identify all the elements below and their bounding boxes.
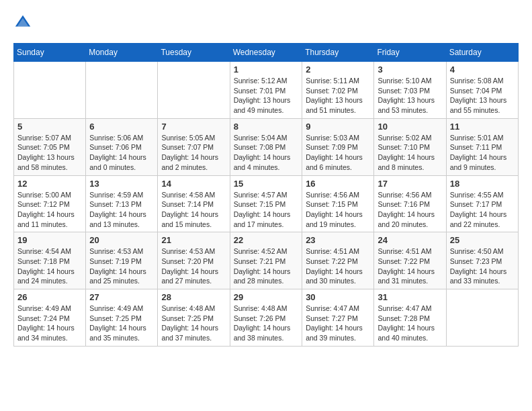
calendar-cell: 7Sunrise: 5:05 AMSunset: 7:07 PMDaylight… <box>158 118 230 175</box>
weekday-header-tuesday: Tuesday <box>158 44 230 62</box>
calendar-cell: 23Sunrise: 4:51 AMSunset: 7:22 PMDayligh… <box>302 232 374 289</box>
day-info: Sunrise: 4:55 AMSunset: 7:17 PMDaylight:… <box>450 190 515 230</box>
day-number: 15 <box>234 179 298 189</box>
sunrise-text: Sunrise: 5:07 AM <box>17 134 71 142</box>
daylight-text: Daylight: 13 hours and 58 minutes. <box>17 153 75 171</box>
day-number: 4 <box>450 64 515 75</box>
sunset-text: Sunset: 7:08 PM <box>234 143 286 151</box>
sunrise-text: Sunrise: 4:55 AM <box>450 191 504 199</box>
day-info: Sunrise: 5:10 AMSunset: 7:03 PMDaylight:… <box>378 76 442 116</box>
sunset-text: Sunset: 7:12 PM <box>17 200 70 208</box>
day-info: Sunrise: 5:04 AMSunset: 7:08 PMDaylight:… <box>234 133 298 173</box>
day-info: Sunrise: 4:51 AMSunset: 7:22 PMDaylight:… <box>378 246 442 286</box>
calendar-cell: 20Sunrise: 4:53 AMSunset: 7:19 PMDayligh… <box>86 232 158 289</box>
day-number: 23 <box>306 235 370 245</box>
sunset-text: Sunset: 7:07 PM <box>161 143 214 151</box>
day-info: Sunrise: 5:08 AMSunset: 7:04 PMDaylight:… <box>450 76 515 116</box>
calendar-cell <box>14 62 86 119</box>
sunset-text: Sunset: 7:02 PM <box>306 87 358 95</box>
calendar-cell: 25Sunrise: 4:50 AMSunset: 7:23 PMDayligh… <box>446 232 518 289</box>
sunrise-text: Sunrise: 4:58 AM <box>161 191 215 199</box>
calendar-cell: 22Sunrise: 4:52 AMSunset: 7:21 PMDayligh… <box>230 232 302 289</box>
day-number: 18 <box>450 179 515 189</box>
daylight-text: Daylight: 14 hours and 34 minutes. <box>17 324 75 342</box>
calendar-cell: 8Sunrise: 5:04 AMSunset: 7:08 PMDaylight… <box>230 118 302 175</box>
daylight-text: Daylight: 14 hours and 30 minutes. <box>306 267 363 285</box>
sunrise-text: Sunrise: 5:00 AM <box>17 191 71 199</box>
daylight-text: Daylight: 14 hours and 20 minutes. <box>378 210 435 228</box>
day-info: Sunrise: 4:56 AMSunset: 7:15 PMDaylight:… <box>306 190 370 230</box>
day-info: Sunrise: 5:02 AMSunset: 7:10 PMDaylight:… <box>378 133 442 173</box>
logo <box>13 13 35 32</box>
sunset-text: Sunset: 7:10 PM <box>378 143 430 151</box>
day-info: Sunrise: 4:47 AMSunset: 7:27 PMDaylight:… <box>306 304 370 343</box>
sunrise-text: Sunrise: 4:53 AM <box>161 247 215 255</box>
calendar-cell: 5Sunrise: 5:07 AMSunset: 7:05 PMDaylight… <box>14 118 86 175</box>
sunset-text: Sunset: 7:16 PM <box>378 200 430 208</box>
day-info: Sunrise: 5:05 AMSunset: 7:07 PMDaylight:… <box>161 133 226 173</box>
sunset-text: Sunset: 7:13 PM <box>89 200 142 208</box>
sunset-text: Sunset: 7:17 PM <box>450 200 502 208</box>
calendar-cell: 29Sunrise: 4:48 AMSunset: 7:26 PMDayligh… <box>230 289 302 347</box>
sunset-text: Sunset: 7:20 PM <box>161 257 214 265</box>
sunrise-text: Sunrise: 4:47 AM <box>306 304 359 312</box>
day-number: 28 <box>161 292 226 302</box>
sunrise-text: Sunrise: 5:12 AM <box>234 77 287 85</box>
sunrise-text: Sunrise: 5:03 AM <box>306 134 359 142</box>
daylight-text: Daylight: 13 hours and 49 minutes. <box>234 96 291 114</box>
daylight-text: Daylight: 14 hours and 13 minutes. <box>89 210 146 228</box>
calendar-cell <box>158 62 230 119</box>
daylight-text: Daylight: 14 hours and 17 minutes. <box>234 210 291 228</box>
daylight-text: Daylight: 14 hours and 39 minutes. <box>306 324 363 342</box>
sunrise-text: Sunrise: 5:05 AM <box>161 134 215 142</box>
sunset-text: Sunset: 7:18 PM <box>17 257 70 265</box>
weekday-header-saturday: Saturday <box>446 44 518 62</box>
day-info: Sunrise: 4:48 AMSunset: 7:25 PMDaylight:… <box>161 304 226 343</box>
day-info: Sunrise: 4:53 AMSunset: 7:19 PMDaylight:… <box>89 246 154 286</box>
day-number: 12 <box>17 179 82 189</box>
daylight-text: Daylight: 14 hours and 31 minutes. <box>378 267 435 285</box>
sunrise-text: Sunrise: 4:54 AM <box>17 247 71 255</box>
day-number: 22 <box>234 235 298 245</box>
day-info: Sunrise: 5:00 AMSunset: 7:12 PMDaylight:… <box>17 190 82 230</box>
sunset-text: Sunset: 7:09 PM <box>306 143 358 151</box>
sunset-text: Sunset: 7:14 PM <box>161 200 214 208</box>
sunset-text: Sunset: 7:23 PM <box>450 257 502 265</box>
sunrise-text: Sunrise: 4:52 AM <box>234 247 287 255</box>
sunrise-text: Sunrise: 4:47 AM <box>378 304 431 312</box>
sunset-text: Sunset: 7:21 PM <box>234 257 286 265</box>
day-number: 19 <box>17 235 82 245</box>
calendar-cell: 12Sunrise: 5:00 AMSunset: 7:12 PMDayligh… <box>14 175 86 232</box>
calendar-cell: 9Sunrise: 5:03 AMSunset: 7:09 PMDaylight… <box>302 118 374 175</box>
sunrise-text: Sunrise: 4:48 AM <box>234 304 287 312</box>
sunset-text: Sunset: 7:01 PM <box>234 87 286 95</box>
sunrise-text: Sunrise: 5:04 AM <box>234 134 287 142</box>
calendar-cell: 26Sunrise: 4:49 AMSunset: 7:24 PMDayligh… <box>14 289 86 347</box>
sunset-text: Sunset: 7:03 PM <box>378 87 430 95</box>
day-number: 29 <box>234 292 298 302</box>
day-info: Sunrise: 4:57 AMSunset: 7:15 PMDaylight:… <box>234 190 298 230</box>
weekday-header-sunday: Sunday <box>14 44 86 62</box>
sunset-text: Sunset: 7:24 PM <box>17 314 70 322</box>
day-info: Sunrise: 4:53 AMSunset: 7:20 PMDaylight:… <box>161 246 226 286</box>
day-number: 9 <box>306 122 370 132</box>
day-info: Sunrise: 5:07 AMSunset: 7:05 PMDaylight:… <box>17 133 82 173</box>
sunset-text: Sunset: 7:25 PM <box>89 314 142 322</box>
sunrise-text: Sunrise: 4:56 AM <box>378 191 431 199</box>
week-row-4: 19Sunrise: 4:54 AMSunset: 7:18 PMDayligh… <box>14 232 519 289</box>
sunrise-text: Sunrise: 5:08 AM <box>450 77 504 85</box>
sunrise-text: Sunrise: 4:48 AM <box>161 304 215 312</box>
calendar-cell: 11Sunrise: 5:01 AMSunset: 7:11 PMDayligh… <box>446 118 518 175</box>
sunrise-text: Sunrise: 5:10 AM <box>378 77 431 85</box>
calendar-cell: 21Sunrise: 4:53 AMSunset: 7:20 PMDayligh… <box>158 232 230 289</box>
daylight-text: Daylight: 14 hours and 33 minutes. <box>450 267 507 285</box>
day-info: Sunrise: 4:58 AMSunset: 7:14 PMDaylight:… <box>161 190 226 230</box>
calendar-cell: 16Sunrise: 4:56 AMSunset: 7:15 PMDayligh… <box>302 175 374 232</box>
daylight-text: Daylight: 14 hours and 28 minutes. <box>234 267 291 285</box>
day-info: Sunrise: 4:49 AMSunset: 7:24 PMDaylight:… <box>17 304 82 343</box>
day-info: Sunrise: 4:48 AMSunset: 7:26 PMDaylight:… <box>234 304 298 343</box>
day-info: Sunrise: 4:50 AMSunset: 7:23 PMDaylight:… <box>450 246 515 286</box>
day-info: Sunrise: 4:54 AMSunset: 7:18 PMDaylight:… <box>17 246 82 286</box>
sunset-text: Sunset: 7:11 PM <box>450 143 502 151</box>
day-number: 17 <box>378 179 442 189</box>
